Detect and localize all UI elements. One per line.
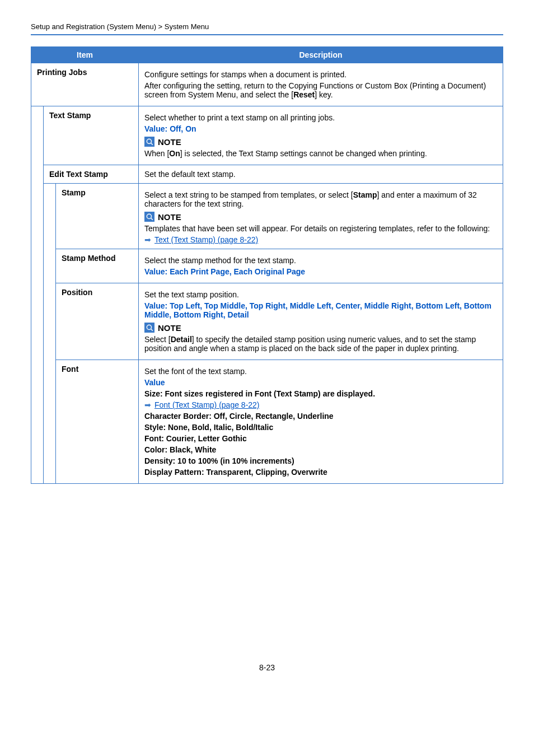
indent-spacer (44, 184, 56, 484)
desc-position: Set the text stamp position. Value: Top … (139, 283, 503, 360)
desc-stamp: Select a text string to be stamped from … (139, 184, 503, 249)
indent-spacer (31, 106, 44, 484)
arrow-icon: ➡ (144, 400, 151, 409)
note-callout: NOTE (144, 137, 497, 147)
svg-line-5 (151, 329, 153, 331)
breadcrumb: Setup and Registration (System Menu) > S… (31, 22, 503, 31)
text: After configuring the setting, return to… (144, 81, 497, 99)
row-stamp-method: Stamp Method Select the stamp method for… (31, 249, 503, 283)
text: When [On] is selected, the Text Stamp se… (144, 149, 497, 158)
svg-point-2 (147, 214, 151, 218)
svg-point-0 (147, 139, 151, 143)
label-position: Position (56, 283, 139, 360)
label-font: Font (56, 360, 139, 484)
label-text-stamp: Text Stamp (44, 106, 139, 165)
desc-font: Set the font of the text stamp. Value Si… (139, 360, 503, 484)
row-edit-text-stamp: Edit Text Stamp Set the default text sta… (31, 165, 503, 184)
row-printing-jobs: Printing Jobs Configure settings for sta… (31, 63, 503, 106)
text: Density: 10 to 100% (in 10% increments) (144, 456, 497, 465)
settings-table: Item Description Printing Jobs Configure… (31, 46, 503, 484)
text: Configure settings for stamps when a doc… (144, 70, 497, 79)
label-stamp-method: Stamp Method (56, 249, 139, 283)
text: Style: None, Bold, Italic, Bold/Italic (144, 423, 497, 432)
page-number: 8-23 (31, 663, 503, 672)
value-line: Value: Off, On (144, 124, 497, 133)
link-row: ➡ Text (Text Stamp) (page 8-22) (144, 235, 497, 244)
text: Select [Detail] to specify the detailed … (144, 335, 497, 353)
header-item: Item (31, 47, 139, 63)
text: Color: Black, White (144, 445, 497, 454)
text: Size: Font sizes registered in Font (Tex… (144, 389, 497, 398)
svg-line-3 (151, 218, 153, 220)
row-stamp: Stamp Select a text string to be stamped… (31, 184, 503, 249)
link-row: ➡ Font (Text Stamp) (page 8-22) (144, 400, 497, 409)
text: Templates that have been set will appear… (144, 224, 497, 233)
link-font-text-stamp[interactable]: Font (Text Stamp) (page 8-22) (154, 400, 260, 409)
label-stamp: Stamp (56, 184, 139, 249)
desc-edit-text-stamp: Set the default text stamp. (139, 165, 503, 184)
note-icon (144, 323, 154, 333)
arrow-icon: ➡ (144, 235, 151, 244)
header-divider (31, 34, 503, 35)
text: Character Border: Off, Circle, Rectangle… (144, 412, 497, 421)
value-line: Value: Each Print Page, Each Original Pa… (144, 267, 497, 276)
note-callout: NOTE (144, 212, 497, 222)
link-text-text-stamp[interactable]: Text (Text Stamp) (page 8-22) (154, 235, 258, 244)
text: Select a text string to be stamped from … (144, 190, 497, 208)
svg-line-1 (151, 143, 153, 145)
text: Select the stamp method for the text sta… (144, 256, 497, 265)
value-line: Value: Top Left, Top Middle, Top Right, … (144, 301, 497, 319)
text: Display Pattern: Transparent, Clipping, … (144, 468, 497, 477)
note-icon (144, 212, 154, 222)
label-printing-jobs: Printing Jobs (31, 63, 139, 106)
note-callout: NOTE (144, 323, 497, 333)
value-label: Value (144, 378, 497, 387)
text: Set the text stamp position. (144, 290, 497, 299)
text: Set the font of the text stamp. (144, 367, 497, 376)
text: Font: Courier, Letter Gothic (144, 434, 497, 443)
row-text-stamp: Text Stamp Select whether to print a tex… (31, 106, 503, 165)
row-position: Position Set the text stamp position. Va… (31, 283, 503, 360)
note-icon (144, 137, 154, 147)
header-description: Description (139, 47, 503, 63)
desc-stamp-method: Select the stamp method for the text sta… (139, 249, 503, 283)
svg-point-4 (147, 325, 151, 329)
label-edit-text-stamp: Edit Text Stamp (44, 165, 139, 184)
desc-printing-jobs: Configure settings for stamps when a doc… (139, 63, 503, 106)
row-font: Font Set the font of the text stamp. Val… (31, 360, 503, 484)
desc-text-stamp: Select whether to print a text stamp on … (139, 106, 503, 165)
text: Select whether to print a text stamp on … (144, 113, 497, 122)
